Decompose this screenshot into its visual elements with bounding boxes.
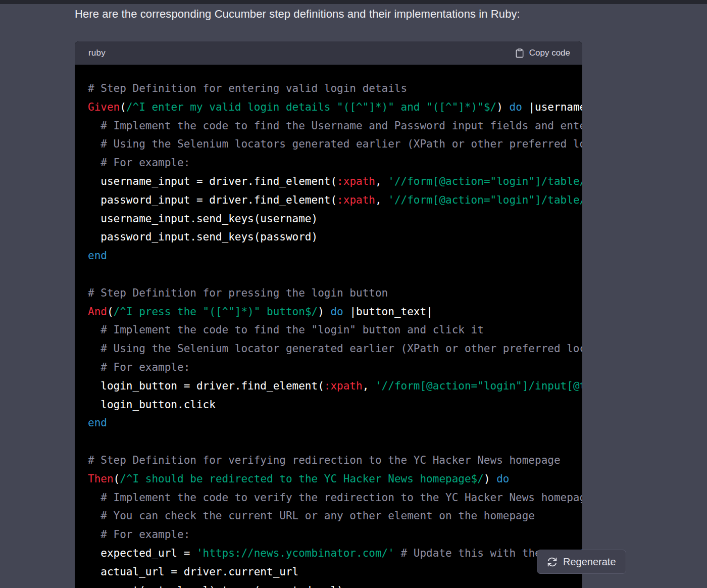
assistant-message: Here are the corresponding Cucumber step… [75, 7, 582, 588]
code-line: # Implement the code to find the Usernam… [88, 117, 582, 135]
code-line: expect(actual_url).to eq(expected_url) [88, 581, 582, 588]
code-content: # Step Definition for entering valid log… [75, 65, 582, 588]
regenerate-button[interactable]: Regenerate [537, 550, 626, 574]
clipboard-icon [515, 47, 525, 59]
code-block: ruby Copy code # Step Definition for ent… [75, 41, 582, 588]
code-line: expected_url = 'https://news.ycombinator… [88, 544, 582, 563]
code-line: password_input = driver.find_element(:xp… [88, 191, 582, 210]
code-line: # Implement the code to verify the redir… [88, 488, 582, 507]
code-language-label: ruby [88, 48, 106, 58]
code-line: username_input.send_keys(username) [88, 210, 582, 228]
code-line: # Using the Selenium locators generated … [88, 135, 582, 154]
code-block-header: ruby Copy code [75, 41, 582, 65]
code-line: Given(/^I enter my valid login details "… [88, 98, 582, 117]
code-line: Then(/^I should be redirected to the YC … [88, 470, 582, 488]
code-line: login_button.click [88, 396, 582, 414]
code-line: # For example: [88, 154, 582, 172]
code-line: username_input = driver.find_element(:xp… [88, 172, 582, 191]
code-line: # Step Definition for pressing the login… [88, 284, 582, 303]
assistant-message-text: Here are the corresponding Cucumber step… [75, 7, 582, 22]
code-line: # Step Definition for entering valid log… [88, 79, 582, 98]
code-line: # Using the Selenium locator generated e… [88, 339, 582, 358]
code-line [88, 432, 582, 451]
regenerate-icon [547, 557, 558, 567]
code-line: # For example: [88, 525, 582, 544]
code-line: password_input.send_keys(password) [88, 228, 582, 247]
code-line: end [88, 414, 582, 432]
copy-code-button[interactable]: Copy code [515, 47, 570, 59]
code-line: # Implement the code to find the "login"… [88, 321, 582, 339]
window-top-edge [0, 0, 707, 4]
code-line [88, 265, 582, 284]
code-line: And(/^I press the "([^"]*)" button$/) do… [88, 303, 582, 321]
code-line: # Step Definition for verifying redirect… [88, 451, 582, 470]
code-line: # For example: [88, 358, 582, 377]
code-line: actual_url = driver.current_url [88, 563, 582, 581]
chat-page: Here are the corresponding Cucumber step… [0, 0, 707, 588]
code-line: end [88, 247, 582, 265]
copy-code-label: Copy code [529, 48, 570, 58]
regenerate-label: Regenerate [563, 556, 616, 568]
code-line: login_button = driver.find_element(:xpat… [88, 377, 582, 396]
code-line: # You can check the current URL or any o… [88, 507, 582, 525]
